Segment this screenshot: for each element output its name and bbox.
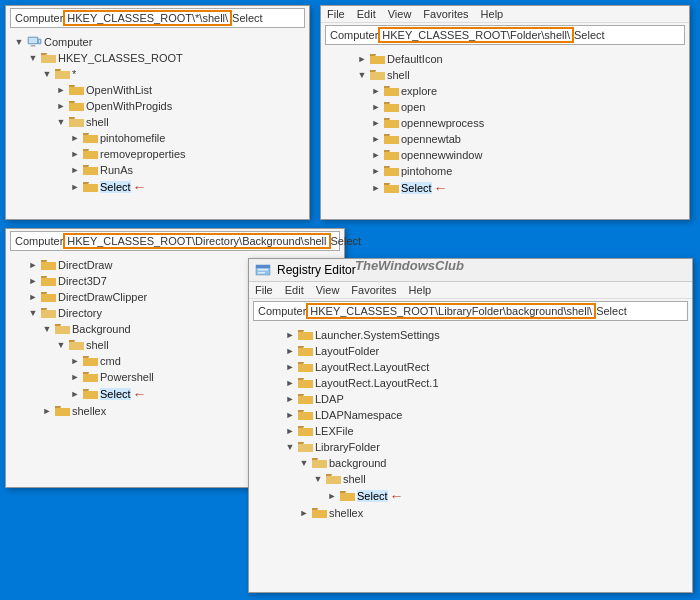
path-prefix-1: Computer [15, 12, 63, 24]
tree-item[interactable]: ► LayoutRect.LayoutRect.1 [255, 375, 686, 391]
expand-icon[interactable]: ► [68, 131, 82, 145]
expand-icon[interactable]: ► [26, 258, 40, 272]
tree-item[interactable]: ► explore [327, 83, 683, 99]
svg-rect-5 [39, 40, 40, 43]
expand-icon[interactable]: ► [40, 404, 54, 418]
tree-item[interactable]: ▼ shell [255, 471, 686, 487]
expand-icon[interactable]: ► [283, 344, 297, 358]
collapse-icon[interactable]: ▼ [26, 51, 40, 65]
expand-icon[interactable]: ► [297, 506, 311, 520]
tree-item[interactable]: ▼ HKEY_CLASSES_ROOT [12, 50, 303, 66]
expand-icon[interactable]: ► [283, 376, 297, 390]
collapse-icon[interactable]: ▼ [54, 115, 68, 129]
expand-icon[interactable]: ► [68, 354, 82, 368]
folder-icon [311, 456, 327, 470]
tree-item-label: Select [401, 182, 432, 194]
menu-item[interactable]: Help [409, 284, 432, 296]
menu-item[interactable]: View [316, 284, 340, 296]
tree-item[interactable]: ► LayoutFolder [255, 343, 686, 359]
expand-icon[interactable]: ► [283, 408, 297, 422]
folder-icon [40, 258, 56, 272]
menu-item[interactable]: Favorites [351, 284, 396, 296]
menu-item[interactable]: Edit [357, 8, 376, 20]
tree-item[interactable]: ► shellex [255, 505, 686, 521]
tree-item[interactable]: ▼ shell [327, 67, 683, 83]
collapse-icon[interactable]: ▼ [311, 472, 325, 486]
expand-icon[interactable]: ► [369, 148, 383, 162]
tree-area-1: ▼ Computer▼ HKEY_CLASSES_ROOT▼ *► OpenWi… [6, 30, 309, 200]
svg-rect-2 [31, 45, 35, 46]
tree-item[interactable]: ► opennewprocess [327, 115, 683, 131]
expand-icon[interactable]: ► [369, 164, 383, 178]
tree-item[interactable]: ► opennewtab [327, 131, 683, 147]
tree-item[interactable]: ► RunAs [12, 162, 303, 178]
expand-icon[interactable]: ► [369, 181, 383, 195]
tree-item: ▼ Computer [12, 34, 303, 50]
tree-item-label: LayoutRect.LayoutRect.1 [315, 377, 439, 389]
expand-icon[interactable]: ► [68, 147, 82, 161]
expand-icon[interactable]: ► [283, 392, 297, 406]
expand-icon[interactable]: ► [26, 274, 40, 288]
menu-item[interactable]: Favorites [423, 8, 468, 20]
expand-icon[interactable]: ► [68, 180, 82, 194]
tree-item-label: Launcher.SystemSettings [315, 329, 440, 341]
expand-icon[interactable]: ► [26, 290, 40, 304]
menu-item[interactable]: Help [481, 8, 504, 20]
expand-icon[interactable]: ► [369, 84, 383, 98]
expand-icon[interactable]: ► [68, 163, 82, 177]
tree-item[interactable]: ▼ * [12, 66, 303, 82]
tree-item-label: LayoutFolder [315, 345, 379, 357]
tree-item[interactable]: ► DefaultIcon [327, 51, 683, 67]
tree-item[interactable]: ▼ LibraryFolder [255, 439, 686, 455]
tree-item[interactable]: ▼ shell [12, 114, 303, 130]
tree-item[interactable]: ► LayoutRect.LayoutRect [255, 359, 686, 375]
tree-item[interactable]: ► pintohomefile [12, 130, 303, 146]
tree-item[interactable]: ► opennewwindow [327, 147, 683, 163]
expand-icon[interactable]: ► [283, 360, 297, 374]
tree-item[interactable]: ► Launcher.SystemSettings [255, 327, 686, 343]
tree-item[interactable]: ► LEXFile [255, 423, 686, 439]
expand-icon[interactable]: ► [283, 424, 297, 438]
collapse-icon[interactable]: ▼ [40, 67, 54, 81]
tree-item[interactable]: ► OpenWithProgids [12, 98, 303, 114]
svg-rect-7 [256, 265, 270, 268]
folder-icon [383, 181, 399, 195]
collapse-icon[interactable]: ▼ [26, 306, 40, 320]
expand-icon[interactable]: ► [54, 99, 68, 113]
expand-icon[interactable]: ► [54, 83, 68, 97]
computer-icon [26, 35, 42, 49]
tree-item[interactable]: ► pintohome [327, 163, 683, 179]
collapse-icon[interactable]: ▼ [283, 440, 297, 454]
folder-icon [297, 392, 313, 406]
collapse-icon[interactable]: ▼ [297, 456, 311, 470]
expand-icon[interactable]: ► [68, 370, 82, 384]
menu-item[interactable]: File [327, 8, 345, 20]
expand-icon[interactable]: ► [369, 116, 383, 130]
expand-icon[interactable]: ► [369, 132, 383, 146]
collapse-icon[interactable]: ▼ [12, 35, 26, 49]
collapse-icon[interactable]: ▼ [40, 322, 54, 336]
tree-item[interactable]: ► Select← [327, 179, 683, 197]
expand-icon[interactable]: ► [325, 489, 339, 503]
menu-item[interactable]: File [255, 284, 273, 296]
folder-icon [68, 83, 84, 97]
tree-item[interactable]: ► open [327, 99, 683, 115]
expand-icon[interactable]: ► [283, 328, 297, 342]
tree-item[interactable]: ► LDAP [255, 391, 686, 407]
expand-icon[interactable]: ► [68, 387, 82, 401]
menu-item[interactable]: View [388, 8, 412, 20]
collapse-icon[interactable]: ▼ [54, 338, 68, 352]
tree-item[interactable]: ▼ background [255, 455, 686, 471]
tree-item[interactable]: ► removeproperties [12, 146, 303, 162]
path-prefix-2: Computer [330, 29, 378, 41]
tree-item[interactable]: ► Select← [255, 487, 686, 505]
tree-item[interactable]: ► Select← [12, 178, 303, 196]
tree-item[interactable]: ► OpenWithList [12, 82, 303, 98]
menu-item[interactable]: Edit [285, 284, 304, 296]
folder-icon [369, 52, 385, 66]
expand-icon[interactable]: ► [369, 100, 383, 114]
tree-item[interactable]: ► LDAPNamespace [255, 407, 686, 423]
folder-icon [383, 100, 399, 114]
collapse-icon[interactable]: ▼ [355, 68, 369, 82]
expand-icon[interactable]: ► [355, 52, 369, 66]
